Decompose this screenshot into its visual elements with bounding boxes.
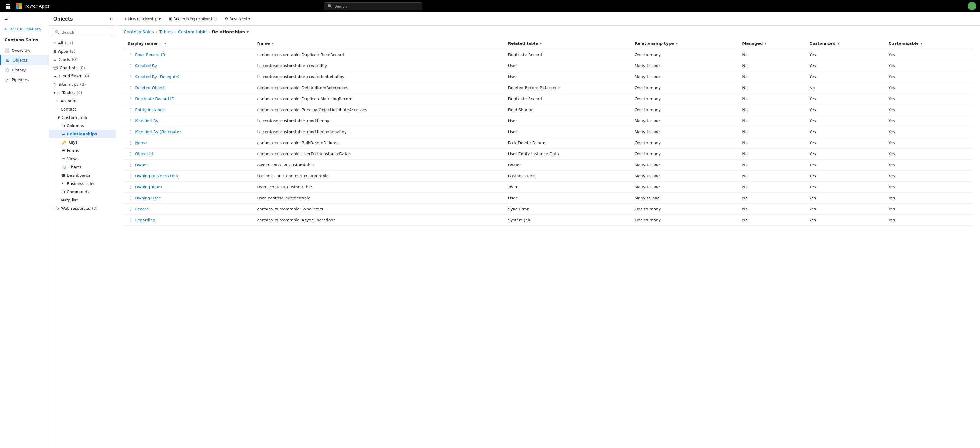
sidebar-item-cards[interactable]: ▭ Cards (0) [49,56,116,64]
display-name-value[interactable]: Deleted Object [135,85,165,90]
sidebar-item-cloud-flows[interactable]: ☁ Cloud flows (0) [49,72,116,80]
cell-display-name: ⋮ Duplicate Record ID [124,93,253,104]
display-name-value[interactable]: Record [135,207,149,211]
display-name-value[interactable]: Object Id [135,151,153,156]
row-menu[interactable]: ⋮ [127,162,134,168]
commands-icon: ⊟ [62,190,65,194]
display-name-value[interactable]: Entity instance [135,107,165,112]
display-name-value[interactable]: Owning Team [135,185,162,189]
breadcrumb-sep2: › [175,29,176,34]
row-menu[interactable]: ⋮ [127,129,134,135]
cell-name: contoso_customtable_UserEntityInstanceDa… [253,148,504,159]
filter-icon[interactable]: ▾ [164,42,166,45]
row-menu[interactable]: ⋮ [127,52,134,57]
breadcrumb-tables[interactable]: Tables [159,29,173,34]
display-name-value[interactable]: Base Record ID [135,53,165,57]
filter-icon5[interactable]: ▾ [765,42,766,45]
row-menu[interactable]: ⋮ [127,184,134,190]
sidebar-item-account[interactable]: › Account [49,97,116,105]
cell-name: contoso_customtable_DuplicateMatchingRec… [253,93,504,104]
col-customizable[interactable]: Customizable ▾ [885,38,973,49]
sidebar-item-columns[interactable]: ⊟ Columns [49,121,116,130]
search-input[interactable] [334,4,419,9]
breadcrumb-custom-table[interactable]: Custom table [178,29,207,34]
sidebar-item-dashboards[interactable]: ⊞ Dashboards [49,171,116,179]
cell-rel-type: One-to-many [631,137,738,148]
row-menu[interactable]: ⋮ [127,107,134,113]
sidebar-item-chatbots[interactable]: 💬 Chatbots (0) [49,64,116,72]
row-menu[interactable]: ⋮ [127,85,134,91]
display-name-value[interactable]: Created By [135,64,157,68]
row-menu[interactable]: ⋮ [127,217,134,223]
row-menu[interactable]: ⋮ [127,140,134,146]
sidebar-item-custom-table[interactable]: ▼ Custom table [49,113,116,121]
display-name-value[interactable]: Modified By [135,118,158,123]
col-name[interactable]: Name ▾ [253,38,504,49]
col-customized[interactable]: Customized ▾ [806,38,885,49]
row-menu[interactable]: ⋮ [127,206,134,212]
breadcrumb-dropdown-icon[interactable]: ▾ [247,29,249,34]
filter-icon6[interactable]: ▾ [838,42,839,45]
new-relationship-button[interactable]: + New relationship ▾ [121,15,164,23]
sidebar-item-site-maps[interactable]: ⬚ Site maps (2) [49,80,116,89]
display-name-value[interactable]: Owning User [135,196,161,200]
sidebar-item-commands[interactable]: ⊟ Commands [49,188,116,196]
row-menu[interactable]: ⋮ [127,151,134,157]
filter-icon4[interactable]: ▾ [676,42,678,45]
cell-managed: No [738,49,806,60]
back-to-solutions[interactable]: ← Back to solutions [0,24,49,34]
avatar[interactable]: Er [968,2,976,10]
sidebar-item-pipelines[interactable]: ◇ Pipelines [0,75,49,84]
display-name-value[interactable]: Name [135,140,146,145]
sidebar-item-charts[interactable]: 📊 Charts [49,163,116,171]
row-menu[interactable]: ⋮ [127,74,134,80]
filter-icon3[interactable]: ▾ [540,42,542,45]
cell-rel-type: One-to-many [631,93,738,104]
display-name-value[interactable]: Regarding [135,218,155,222]
breadcrumb-contoso-sales[interactable]: Contoso Sales [124,29,154,34]
sidebar-item-objects[interactable]: ⊞ Objects [0,55,49,65]
filter-icon7[interactable]: ▾ [921,42,922,45]
sidebar-item-history[interactable]: 🕐 History [0,65,49,75]
search-bar[interactable]: 🔍 [324,2,422,10]
sidebar-search-bar[interactable]: 🔍 [52,28,113,37]
col-related-table[interactable]: Related table ▾ [504,38,631,49]
display-name-value[interactable]: Owning Business Unit [135,174,178,178]
row-menu[interactable]: ⋮ [127,118,134,124]
collapse-sidebar-icon[interactable]: ‹ [110,16,112,22]
sidebar-item-tables[interactable]: ▼ ⊟ Tables (4) [49,89,116,97]
display-name-value[interactable]: Duplicate Record ID [135,96,175,101]
row-menu[interactable]: ⋮ [127,96,134,102]
col-managed[interactable]: Managed ▾ [738,38,806,49]
cell-related-table: Business Unit [504,171,631,182]
sidebar-item-relationships[interactable]: ⇌ Relationships [49,130,116,138]
col-display-name[interactable]: Display name ↑ ▾ [124,38,253,49]
cell-name: team_contoso_customtable [253,182,504,193]
row-menu[interactable]: ⋮ [127,195,134,201]
cell-customizable: Yes [885,204,973,215]
filter-icon2[interactable]: ▾ [272,42,274,45]
add-existing-relationship-button[interactable]: ⊞ Add existing relationship [165,15,220,23]
sidebar-item-keys[interactable]: 🔑 Keys [49,138,116,147]
col-relationship-type[interactable]: Relationship type ▾ [631,38,738,49]
row-menu[interactable]: ⋮ [127,63,134,69]
sidebar-item-all[interactable]: ≡ All (11) [49,39,116,47]
sidebar-item-matp-list[interactable]: › Matp list [49,196,116,204]
advanced-button[interactable]: ⚙ Advanced ▾ [221,15,254,23]
row-menu[interactable]: ⋮ [127,173,134,179]
sidebar-item-web-resources[interactable]: › ◇ Web resources (3) [49,204,116,212]
hamburger-icon[interactable]: ☰ [0,12,49,24]
display-name-value[interactable]: Owner [135,163,148,167]
display-name-value[interactable]: Modified By (Delegate) [135,129,181,134]
sidebar-item-contact[interactable]: › Contact [49,105,116,113]
waffle-icon[interactable] [4,2,12,10]
sidebar-item-business-rules[interactable]: ⤷ Business rules [49,179,116,188]
sidebar-item-apps[interactable]: ⊞ Apps (2) [49,47,116,56]
sidebar-item-forms[interactable]: ☰ Forms [49,147,116,155]
display-name-value[interactable]: Created By (Delegate) [135,74,179,79]
cell-name: contoso_customtable_AsyncOperations [253,215,504,226]
sidebar-item-views[interactable]: ▭ Views [49,155,116,163]
sidebar-search-input[interactable] [62,30,110,35]
sidebar-item-overview[interactable]: ⬜ Overview [0,45,49,55]
cell-managed: No [738,193,806,204]
